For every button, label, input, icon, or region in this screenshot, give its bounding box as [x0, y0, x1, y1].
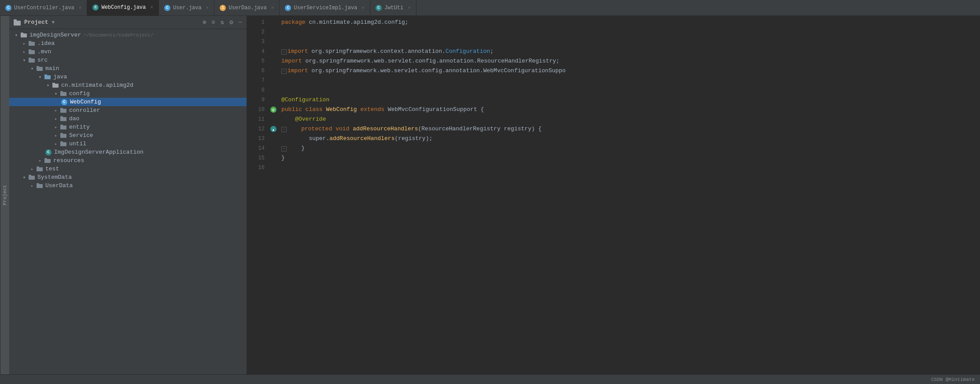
- tab-user-controller[interactable]: CUserController.java×: [0, 0, 87, 15]
- tree-item-14[interactable]: CImgDesignServerApplication: [9, 148, 247, 156]
- line-number-8: 8: [251, 85, 265, 95]
- tree-icon-17: [28, 174, 36, 181]
- tree-item-4[interactable]: ▾main: [9, 64, 247, 73]
- tree-icon-2: [28, 49, 36, 55]
- sidebar-header: Project ▼ ⊕ ≡ ⇅ ⚙ −: [9, 16, 247, 29]
- tab-close-jwt-util[interactable]: ×: [408, 5, 411, 11]
- tree-label-11: entity: [69, 124, 90, 130]
- svg-rect-3: [21, 33, 23, 34]
- line-number-9: 9: [251, 95, 265, 105]
- tree-icon-3: [28, 57, 36, 63]
- tree-item-5[interactable]: ▾java: [9, 73, 247, 81]
- tree-icon-5: [44, 74, 52, 80]
- tree-label-9: conroller: [69, 107, 100, 114]
- tree-item-8[interactable]: CWebConfig: [9, 98, 247, 106]
- minimize-icon[interactable]: −: [239, 19, 242, 26]
- tab-close-user[interactable]: ×: [206, 5, 209, 11]
- tree-item-3[interactable]: ▾src: [9, 56, 247, 64]
- tree-item-10[interactable]: ▸dao: [9, 114, 247, 123]
- svg-rect-5: [29, 41, 31, 42]
- svg-rect-12: [44, 75, 51, 79]
- tree-item-18[interactable]: ▸UserData: [9, 181, 247, 190]
- fold-icon-4[interactable]: -: [281, 49, 287, 55]
- sidebar-title-arrow[interactable]: ▼: [52, 20, 55, 25]
- tree-item-9[interactable]: ▸conroller: [9, 106, 247, 114]
- tree-label-16: test: [45, 166, 59, 172]
- tab-jwt-util[interactable]: CJwtUti×: [370, 0, 416, 15]
- code-line-13: super.addResourceHandlers(registry);: [278, 134, 980, 144]
- code-line-12: - protected void addResourceHandlers(Res…: [278, 124, 980, 134]
- fold-icon-12[interactable]: -: [281, 127, 287, 132]
- tree-arrow-1: ▸: [21, 41, 28, 46]
- tree-label-15: resources: [53, 157, 84, 164]
- tree-item-7[interactable]: ▾config: [9, 89, 247, 98]
- globe-icon[interactable]: ⊕: [203, 18, 206, 26]
- tab-web-config[interactable]: CWebConfig.java×: [87, 0, 158, 15]
- tree-arrow-0: ▾: [13, 33, 20, 38]
- tab-user-dao[interactable]: 1UserDao.java×: [214, 0, 280, 15]
- settings-icon[interactable]: ⚙: [229, 18, 233, 26]
- tab-close-user-controller[interactable]: ×: [79, 5, 82, 11]
- tree-arrow-5: ▾: [37, 74, 44, 80]
- tree-icon-12: [59, 133, 67, 139]
- svg-rect-24: [60, 134, 66, 138]
- code-lines[interactable]: package cn.mintimate.apiimg2d.config;​​-…: [278, 16, 980, 374]
- tree-label-0: imgDesignServer: [29, 32, 81, 38]
- line-number-14: 14: [251, 144, 265, 153]
- tree-icon-16: [36, 166, 44, 172]
- left-panel: Project Project ▼ ⊕ ≡ ⇅ ⚙ −: [0, 16, 247, 374]
- code-line-3: ​: [278, 37, 980, 47]
- svg-rect-28: [44, 159, 51, 163]
- project-tab-label: Project: [2, 185, 7, 205]
- svg-rect-29: [44, 158, 47, 159]
- tree-label-3: src: [37, 57, 48, 63]
- fold-icon-14[interactable]: -: [281, 146, 287, 151]
- tab-user[interactable]: CUser.java×: [159, 0, 214, 15]
- tab-icon-jwt-util: C: [376, 5, 382, 11]
- tree-icon-0: [20, 32, 28, 38]
- tree-label-4: main: [45, 65, 59, 72]
- tree-item-1[interactable]: ▸.idea: [9, 39, 247, 48]
- line-number-4: 4: [251, 47, 265, 56]
- gutter-item-4: [269, 47, 278, 56]
- svg-rect-2: [21, 33, 27, 37]
- tree-item-17[interactable]: ▾SystemData: [9, 173, 247, 181]
- main-area: Project Project ▼ ⊕ ≡ ⇅ ⚙ −: [0, 16, 980, 374]
- tab-close-user-dao[interactable]: ×: [271, 5, 274, 11]
- tree-item-6[interactable]: ▾cn.mintimate.apiimg2d: [9, 81, 247, 89]
- line-number-11: 11: [251, 114, 265, 124]
- line-number-13: 13: [251, 134, 265, 144]
- tree-item-13[interactable]: ▸until: [9, 140, 247, 148]
- tree-item-11[interactable]: ▸entity: [9, 123, 247, 131]
- svg-rect-26: [60, 142, 66, 146]
- line-number-12: 12: [251, 124, 265, 134]
- tab-close-web-config[interactable]: ×: [150, 5, 153, 10]
- svg-rect-22: [60, 126, 66, 129]
- gutter-item-9: [269, 95, 278, 105]
- tree-item-16[interactable]: ▸test: [9, 165, 247, 173]
- code-line-5: import org.springframework.web.servlet.c…: [278, 56, 980, 66]
- expand-collapse-icon[interactable]: ⇅: [221, 18, 224, 26]
- svg-rect-30: [37, 167, 43, 171]
- tab-close-user-service-impl[interactable]: ×: [361, 5, 365, 11]
- bean-icon: ⚙: [270, 106, 277, 113]
- svg-rect-7: [29, 49, 31, 51]
- sort-icon[interactable]: ≡: [211, 19, 215, 26]
- gutter-item-8: [269, 85, 278, 95]
- tree-item-0[interactable]: ▾imgDesignServer~/Documents/CodeProject/: [9, 31, 247, 39]
- line-number-2: 2: [251, 27, 265, 37]
- tab-label-web-config: WebConfig.java: [101, 4, 146, 11]
- tree-item-15[interactable]: ▸resources: [9, 156, 247, 165]
- project-folder-icon: [14, 19, 21, 26]
- gutter-item-3: [269, 37, 278, 47]
- svg-rect-23: [60, 125, 63, 126]
- tree-icon-4: [36, 66, 44, 72]
- fold-icon-6[interactable]: -: [281, 69, 287, 74]
- tree-item-2[interactable]: ▸.mvn: [9, 48, 247, 56]
- project-vertical-tab[interactable]: Project: [0, 16, 9, 374]
- tree-label-8: WebConfig: [70, 99, 101, 105]
- tree-item-12[interactable]: ▸Service: [9, 131, 247, 140]
- tab-user-service-impl[interactable]: CUserServiceImpl.java×: [280, 0, 370, 15]
- tree-arrow-4: ▾: [29, 66, 36, 71]
- svg-rect-25: [60, 133, 63, 134]
